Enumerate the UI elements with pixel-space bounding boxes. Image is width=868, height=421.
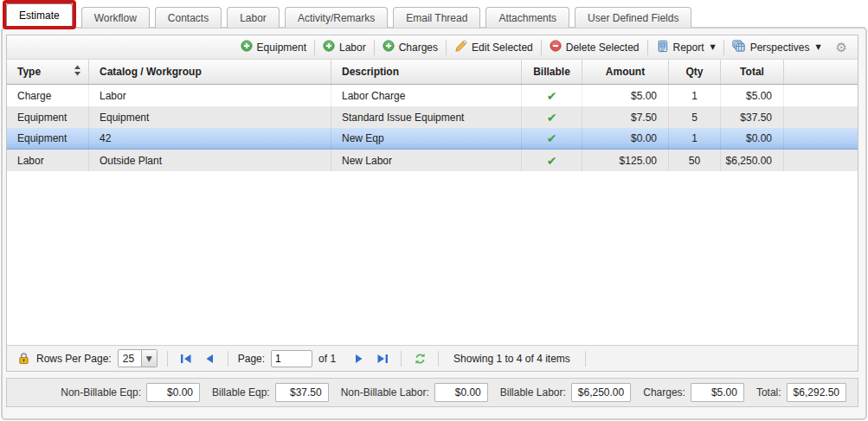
last-page-button[interactable] xyxy=(374,350,391,367)
cell-billable: ✔ xyxy=(522,106,582,128)
column-header-total[interactable]: Total xyxy=(721,60,784,84)
first-page-button[interactable] xyxy=(177,350,195,367)
tab-workflow[interactable]: Workflow xyxy=(81,7,150,28)
table-header: Type Catalog / Workgroup Description Bil… xyxy=(7,60,858,85)
toolbar-separator xyxy=(446,40,447,55)
button-label: Report xyxy=(673,41,704,54)
cell-catalog: Equipment xyxy=(89,106,331,128)
toolbar-separator xyxy=(647,40,648,55)
cell-amount: $7.50 xyxy=(582,106,669,128)
column-header-catalog[interactable]: Catalog / Workgroup xyxy=(89,60,331,84)
next-page-button[interactable] xyxy=(350,350,368,367)
cell-total: $6,250.00 xyxy=(721,150,784,171)
column-header-type[interactable]: Type xyxy=(7,60,89,84)
pagination-separator xyxy=(401,351,402,367)
tab-email-thread[interactable]: Email Thread xyxy=(393,7,480,28)
button-label: Edit Selected xyxy=(472,41,533,54)
cell-amount: $0.00 xyxy=(582,128,669,149)
toolbar-separator xyxy=(723,40,724,55)
cell-amount: $125.00 xyxy=(582,150,669,171)
column-header-amount[interactable]: Amount xyxy=(582,60,669,84)
check-icon: ✔ xyxy=(547,154,557,168)
add-charges-button[interactable]: Charges xyxy=(376,38,444,57)
tab-labor[interactable]: Labor xyxy=(227,7,280,28)
page-input[interactable] xyxy=(271,350,312,367)
estimate-grid: Equipment Labor Charges Edit Selected De… xyxy=(6,35,858,372)
cell-filler xyxy=(784,128,858,149)
tab-attachments[interactable]: Attachments xyxy=(485,7,569,28)
prev-page-button[interactable] xyxy=(201,350,218,367)
charges-value: $5.00 xyxy=(691,383,744,402)
cell-billable: ✔ xyxy=(522,150,582,171)
toolbar-separator xyxy=(541,40,542,55)
column-label: Description xyxy=(342,66,399,78)
column-label: Qty xyxy=(685,66,703,78)
lock-icon[interactable] xyxy=(17,352,30,365)
add-labor-button[interactable]: Labor xyxy=(317,38,372,57)
annotation-highlight-box: Estimate xyxy=(3,0,76,29)
column-header-billable[interactable]: Billable xyxy=(522,60,582,84)
non-billable-labor-label: Non-Billable Labor: xyxy=(341,386,429,399)
cell-filler xyxy=(784,150,858,171)
tab-contacts[interactable]: Contacts xyxy=(155,7,222,28)
totals-summary-bar: Non-Billable Eqp: $0.00 Billable Eqp: $3… xyxy=(6,378,858,407)
tab-label: Contacts xyxy=(168,12,209,24)
add-icon xyxy=(383,40,395,54)
table-row[interactable]: Labor Outside Plant New Labor ✔ $125.00 … xyxy=(7,150,858,171)
billable-labor-value: $6,250.00 xyxy=(571,383,631,402)
charges-label: Charges: xyxy=(643,386,685,399)
gear-icon[interactable]: ⚙ xyxy=(836,40,847,55)
report-menu-button[interactable]: Report ▼ xyxy=(650,38,722,57)
tab-label: Attachments xyxy=(498,12,556,24)
cell-description: New Eqp xyxy=(331,128,522,149)
table-row-selected[interactable]: Equipment 42 New Eqp ✔ $0.00 1 $0.00 xyxy=(7,128,858,150)
cell-description: Labor Charge xyxy=(331,85,522,106)
column-label: Type xyxy=(17,66,41,78)
tab-estimate[interactable]: Estimate xyxy=(6,3,73,26)
column-header-filler xyxy=(784,60,858,84)
tab-label: Workflow xyxy=(94,12,137,24)
tab-strip: Estimate Workflow Contacts Labor Activit… xyxy=(3,2,691,28)
non-billable-eqp-value: $0.00 xyxy=(146,383,200,402)
pagination-bar: Rows Per Page: 25 ▼ Page: of 1 Showing 1… xyxy=(7,345,858,371)
edit-selected-button[interactable]: Edit Selected xyxy=(448,38,539,57)
button-label: Equipment xyxy=(257,41,306,54)
tab-label: Labor xyxy=(240,12,267,24)
total-value: $6,292.50 xyxy=(787,383,846,402)
pagination-separator xyxy=(228,351,228,367)
total-label: Total: xyxy=(756,386,781,399)
showing-items-text: Showing 1 to 4 of 4 items xyxy=(453,353,570,365)
toolbar-separator xyxy=(374,40,375,55)
column-header-qty[interactable]: Qty xyxy=(669,60,721,84)
perspectives-menu-button[interactable]: Perspectives ▼ xyxy=(726,38,827,57)
pagination-separator xyxy=(585,351,586,367)
pencil-icon xyxy=(454,40,467,55)
check-icon: ✔ xyxy=(547,111,557,124)
grid-toolbar: Equipment Labor Charges Edit Selected De… xyxy=(7,35,858,60)
pagination-separator xyxy=(167,351,168,367)
cell-amount: $5.00 xyxy=(582,85,669,106)
billable-eqp-value: $37.50 xyxy=(275,383,329,402)
rows-per-page-select[interactable]: 25 ▼ xyxy=(118,349,158,367)
cell-catalog: Outside Plant xyxy=(89,150,331,171)
button-label: Charges xyxy=(399,41,438,54)
billable-labor-label: Billable Labor: xyxy=(500,386,566,399)
tab-user-defined-fields[interactable]: User Defined Fields xyxy=(575,7,691,28)
delete-selected-button[interactable]: Delete Selected xyxy=(543,38,646,57)
table-row[interactable]: Equipment Equipment Standard Issue Equip… xyxy=(7,106,858,128)
cell-catalog: Labor xyxy=(89,85,331,106)
cell-catalog: 42 xyxy=(89,128,331,149)
button-label: Perspectives xyxy=(750,41,810,54)
tab-activity-remarks[interactable]: Activity/Remarks xyxy=(285,7,388,28)
chevron-down-icon: ▼ xyxy=(141,350,157,367)
column-header-description[interactable]: Description xyxy=(331,60,522,84)
add-equipment-button[interactable]: Equipment xyxy=(235,38,312,57)
tab-label: Email Thread xyxy=(406,12,467,24)
cell-description: New Labor xyxy=(331,150,522,171)
toolbar-separator xyxy=(314,40,315,55)
table-row[interactable]: Charge Labor Labor Charge ✔ $5.00 1 $5.0… xyxy=(7,85,858,106)
refresh-icon[interactable] xyxy=(411,350,428,367)
cell-total: $0.00 xyxy=(721,128,784,149)
non-billable-eqp-label: Non-Billable Eqp: xyxy=(61,386,141,399)
billable-eqp-label: Billable Eqp: xyxy=(212,386,270,399)
